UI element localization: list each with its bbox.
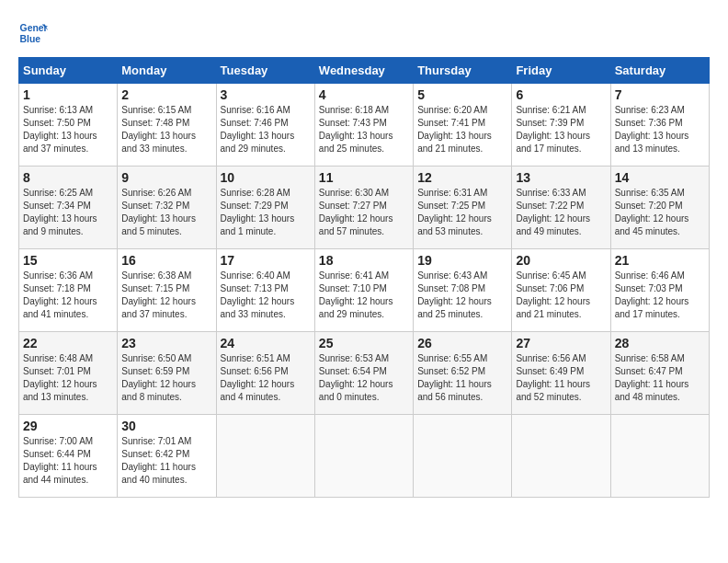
calendar-cell: 26Sunrise: 6:55 AMSunset: 6:52 PMDayligh…	[414, 332, 512, 415]
calendar-cell	[314, 415, 413, 498]
calendar-cell: 14Sunrise: 6:35 AMSunset: 7:20 PMDayligh…	[610, 167, 709, 249]
day-number: 16	[121, 253, 211, 268]
day-info: Sunrise: 6:18 AMSunset: 7:43 PMDaylight:…	[319, 104, 409, 155]
calendar-row: 15Sunrise: 6:36 AMSunset: 7:18 PMDayligh…	[19, 249, 710, 332]
calendar-cell: 21Sunrise: 6:46 AMSunset: 7:03 PMDayligh…	[610, 249, 709, 332]
day-info: Sunrise: 6:40 AMSunset: 7:13 PMDaylight:…	[221, 270, 311, 321]
day-info: Sunrise: 6:55 AMSunset: 6:52 PMDaylight:…	[417, 352, 507, 404]
day-info: Sunrise: 7:00 AMSunset: 6:44 PMDaylight:…	[23, 435, 113, 487]
logo-icon: General Blue	[18, 18, 48, 48]
day-info: Sunrise: 6:43 AMSunset: 7:08 PMDaylight:…	[417, 270, 507, 321]
calendar-cell: 30Sunrise: 7:01 AMSunset: 6:42 PMDayligh…	[118, 415, 216, 498]
calendar-table: SundayMondayTuesdayWednesdayThursdayFrid…	[18, 57, 710, 498]
header-day-friday: Friday	[512, 58, 610, 84]
header-day-sunday: Sunday	[19, 58, 118, 84]
day-info: Sunrise: 6:30 AMSunset: 7:27 PMDaylight:…	[319, 187, 409, 238]
day-number: 22	[23, 336, 113, 350]
day-number: 27	[516, 336, 606, 350]
day-number: 2	[121, 87, 211, 102]
calendar-cell	[610, 415, 709, 498]
day-info: Sunrise: 6:33 AMSunset: 7:22 PMDaylight:…	[516, 187, 606, 238]
calendar-cell: 19Sunrise: 6:43 AMSunset: 7:08 PMDayligh…	[414, 249, 512, 332]
calendar-cell: 17Sunrise: 6:40 AMSunset: 7:13 PMDayligh…	[216, 249, 314, 332]
day-number: 7	[615, 87, 705, 102]
day-number: 3	[221, 87, 311, 102]
calendar-cell: 24Sunrise: 6:51 AMSunset: 6:56 PMDayligh…	[216, 332, 314, 415]
header-day-tuesday: Tuesday	[216, 58, 314, 84]
calendar-cell: 1Sunrise: 6:13 AMSunset: 7:50 PMDaylight…	[19, 84, 118, 167]
day-number: 1	[23, 87, 113, 102]
calendar-cell: 13Sunrise: 6:33 AMSunset: 7:22 PMDayligh…	[512, 167, 610, 249]
calendar-cell: 5Sunrise: 6:20 AMSunset: 7:41 PMDaylight…	[414, 84, 512, 167]
day-number: 12	[417, 170, 507, 185]
day-info: Sunrise: 6:28 AMSunset: 7:29 PMDaylight:…	[221, 187, 311, 238]
day-info: Sunrise: 6:35 AMSunset: 7:20 PMDaylight:…	[615, 187, 705, 238]
day-number: 30	[121, 419, 211, 433]
calendar-cell: 20Sunrise: 6:45 AMSunset: 7:06 PMDayligh…	[512, 249, 610, 332]
day-number: 14	[615, 170, 705, 185]
page-header: General Blue	[18, 18, 710, 48]
calendar-row: 1Sunrise: 6:13 AMSunset: 7:50 PMDaylight…	[19, 84, 710, 167]
day-number: 25	[319, 336, 409, 350]
day-number: 4	[319, 87, 409, 102]
calendar-cell: 12Sunrise: 6:31 AMSunset: 7:25 PMDayligh…	[414, 167, 512, 249]
day-info: Sunrise: 6:31 AMSunset: 7:25 PMDaylight:…	[417, 187, 507, 238]
header-day-thursday: Thursday	[414, 58, 512, 84]
day-number: 28	[615, 336, 705, 350]
calendar-cell: 18Sunrise: 6:41 AMSunset: 7:10 PMDayligh…	[314, 249, 413, 332]
day-info: Sunrise: 6:26 AMSunset: 7:32 PMDaylight:…	[121, 187, 211, 238]
day-number: 18	[319, 253, 409, 268]
day-number: 26	[417, 336, 507, 350]
calendar-cell: 4Sunrise: 6:18 AMSunset: 7:43 PMDaylight…	[314, 84, 413, 167]
calendar-cell	[216, 415, 314, 498]
day-info: Sunrise: 6:48 AMSunset: 7:01 PMDaylight:…	[23, 352, 113, 404]
day-number: 5	[417, 87, 507, 102]
day-info: Sunrise: 6:51 AMSunset: 6:56 PMDaylight:…	[221, 352, 311, 404]
logo: General Blue	[18, 18, 53, 48]
day-info: Sunrise: 6:45 AMSunset: 7:06 PMDaylight:…	[516, 270, 606, 321]
calendar-cell: 3Sunrise: 6:16 AMSunset: 7:46 PMDaylight…	[216, 84, 314, 167]
day-number: 9	[121, 170, 211, 185]
calendar-cell: 10Sunrise: 6:28 AMSunset: 7:29 PMDayligh…	[216, 167, 314, 249]
day-info: Sunrise: 6:58 AMSunset: 6:47 PMDaylight:…	[615, 352, 705, 404]
calendar-cell: 22Sunrise: 6:48 AMSunset: 7:01 PMDayligh…	[19, 332, 118, 415]
calendar-row: 22Sunrise: 6:48 AMSunset: 7:01 PMDayligh…	[19, 332, 710, 415]
calendar-cell: 15Sunrise: 6:36 AMSunset: 7:18 PMDayligh…	[19, 249, 118, 332]
calendar-cell: 2Sunrise: 6:15 AMSunset: 7:48 PMDaylight…	[118, 84, 216, 167]
day-info: Sunrise: 6:41 AMSunset: 7:10 PMDaylight:…	[319, 270, 409, 321]
day-info: Sunrise: 6:50 AMSunset: 6:59 PMDaylight:…	[121, 352, 211, 404]
day-number: 11	[319, 170, 409, 185]
day-number: 15	[23, 253, 113, 268]
day-info: Sunrise: 6:25 AMSunset: 7:34 PMDaylight:…	[23, 187, 113, 238]
calendar-cell: 28Sunrise: 6:58 AMSunset: 6:47 PMDayligh…	[610, 332, 709, 415]
calendar-cell: 9Sunrise: 6:26 AMSunset: 7:32 PMDaylight…	[118, 167, 216, 249]
day-info: Sunrise: 6:38 AMSunset: 7:15 PMDaylight:…	[121, 270, 211, 321]
day-number: 10	[221, 170, 311, 185]
day-number: 21	[615, 253, 705, 268]
header-day-wednesday: Wednesday	[314, 58, 413, 84]
day-number: 29	[23, 419, 113, 433]
calendar-cell: 25Sunrise: 6:53 AMSunset: 6:54 PMDayligh…	[314, 332, 413, 415]
calendar-row: 8Sunrise: 6:25 AMSunset: 7:34 PMDaylight…	[19, 167, 710, 249]
day-number: 17	[221, 253, 311, 268]
day-number: 23	[121, 336, 211, 350]
calendar-cell: 29Sunrise: 7:00 AMSunset: 6:44 PMDayligh…	[19, 415, 118, 498]
day-number: 19	[417, 253, 507, 268]
day-info: Sunrise: 6:20 AMSunset: 7:41 PMDaylight:…	[417, 104, 507, 155]
day-info: Sunrise: 6:53 AMSunset: 6:54 PMDaylight:…	[319, 352, 409, 404]
calendar-cell	[512, 415, 610, 498]
calendar-cell	[414, 415, 512, 498]
calendar-cell: 16Sunrise: 6:38 AMSunset: 7:15 PMDayligh…	[118, 249, 216, 332]
day-number: 8	[23, 170, 113, 185]
day-number: 13	[516, 170, 606, 185]
calendar-cell: 27Sunrise: 6:56 AMSunset: 6:49 PMDayligh…	[512, 332, 610, 415]
day-info: Sunrise: 7:01 AMSunset: 6:42 PMDaylight:…	[121, 435, 211, 487]
header-row: SundayMondayTuesdayWednesdayThursdayFrid…	[19, 58, 710, 84]
day-info: Sunrise: 6:36 AMSunset: 7:18 PMDaylight:…	[23, 270, 113, 321]
calendar-cell: 7Sunrise: 6:23 AMSunset: 7:36 PMDaylight…	[610, 84, 709, 167]
day-info: Sunrise: 6:15 AMSunset: 7:48 PMDaylight:…	[121, 104, 211, 155]
header-day-saturday: Saturday	[610, 58, 709, 84]
day-number: 6	[516, 87, 606, 102]
day-number: 24	[221, 336, 311, 350]
day-info: Sunrise: 6:13 AMSunset: 7:50 PMDaylight:…	[23, 104, 113, 155]
